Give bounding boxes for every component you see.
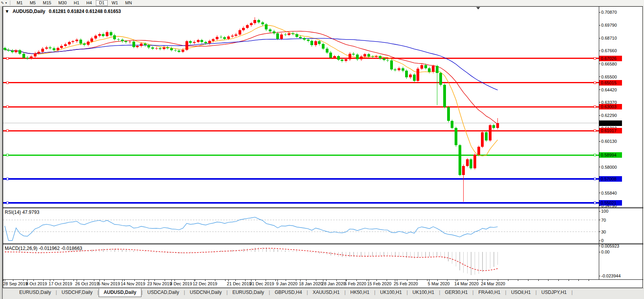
dropdown-triangle-icon[interactable]: ▼: [5, 9, 9, 14]
price-tag-0.55021: 0.55021: [599, 200, 622, 206]
line-handle: [6, 82, 8, 84]
svg-text:-0.023944: -0.023944: [601, 273, 621, 278]
timeframe-button-mn[interactable]: MN: [122, 0, 135, 6]
tab-separator: |: [571, 290, 572, 295]
svg-text:0.63370: 0.63370: [601, 100, 617, 105]
svg-text:0.55021: 0.55021: [601, 201, 616, 205]
svg-text:100: 100: [601, 209, 608, 213]
tab-usdcnh-daily[interactable]: USDCNH,Daily: [185, 288, 226, 297]
rsi-label: RSI(14) 47.9793: [5, 210, 39, 215]
macd-label: MACD(12,26,9) -0.011962 -0.018663: [5, 246, 83, 251]
timeframe-buttons: M1M5M15M30H1H4D1W1MN: [13, 0, 135, 6]
svg-text:0.55840: 0.55840: [601, 191, 617, 195]
svg-text:0.63003: 0.63003: [601, 104, 616, 109]
price-tag-0.57008: 0.57008: [599, 176, 622, 182]
tab-uk100-h1[interactable]: UK100,H1: [408, 288, 439, 297]
timeframe-button-d1[interactable]: D1: [96, 0, 108, 6]
tab-eurusd-daily[interactable]: EURUSD,Daily: [228, 288, 269, 297]
chart-tabs: EURUSD,Daily|USDCHF,Daily|AUDUSD,Daily|U…: [15, 288, 572, 297]
date-label: 14 Nov 2019: [121, 281, 145, 286]
svg-text:0.70870: 0.70870: [601, 10, 617, 15]
line-handle: [6, 154, 8, 156]
pencil-icon: ✎: [1, 1, 4, 5]
tab-usdjpy-h1[interactable]: USDJPY,H1: [537, 288, 571, 297]
current-price-tag: 0.61653: [599, 120, 622, 126]
date-label: 28 Sep 2019: [3, 281, 28, 286]
tab-fra40-h1[interactable]: FRA40,H1: [473, 288, 505, 297]
date-label: 14 Mar 2020: [454, 281, 479, 286]
svg-text:0.66580: 0.66580: [601, 62, 617, 66]
svg-text:0.67660: 0.67660: [601, 48, 617, 53]
date-label: 23 Nov 2019: [147, 281, 172, 286]
line-handle: [594, 57, 596, 59]
date-label: 18 Jan 2020: [299, 281, 323, 286]
tab-gbpusd-h4[interactable]: GBPUSD,H4: [270, 288, 306, 297]
line-handle: [594, 106, 596, 108]
price-tag-0.67026: 0.67026: [599, 56, 622, 61]
tab-usdcad-daily[interactable]: USDCAD,Daily: [143, 288, 184, 297]
tab-eurusd-daily[interactable]: EURUSD,Daily: [15, 288, 56, 297]
tab-ger30-h1[interactable]: GER30,H1: [440, 288, 472, 297]
svg-text:0.58000: 0.58000: [601, 165, 617, 170]
price-tag-0.61017: 0.61017: [599, 128, 622, 133]
timeframe-button-m1[interactable]: M1: [13, 0, 26, 6]
date-label: 26 Oct 2019: [75, 281, 99, 286]
line-handle: [594, 154, 596, 156]
date-label: 21 Dec 2019: [227, 281, 251, 286]
svg-text:0.61653: 0.61653: [601, 121, 616, 126]
line-handle: [594, 82, 596, 84]
svg-text:70: 70: [601, 218, 606, 222]
price-tag-0.58994: 0.58994: [599, 152, 622, 158]
timeframe-button-h4[interactable]: H4: [83, 0, 95, 6]
tab-usdchf-daily[interactable]: USDCHF,Daily: [57, 288, 97, 297]
svg-text:0.00: 0.00: [601, 250, 609, 254]
chevron-down-icon: ▾: [5, 1, 7, 5]
line-handle: [6, 202, 8, 204]
timeframe-button-m15[interactable]: M15: [40, 0, 54, 6]
svg-text:0.61017: 0.61017: [601, 128, 616, 133]
drawing-tool-icon[interactable]: ✎ ▾: [1, 1, 7, 5]
price-chart[interactable]: 0.708700.697900.687100.676600.665800.655…: [0, 0, 644, 299]
hline-0.55021[interactable]: [3, 202, 599, 204]
toolbar-grip[interactable]: [10, 1, 11, 5]
date-label: 12 Dec 2019: [193, 281, 217, 286]
date-label: 5 Mar 2020: [428, 281, 450, 286]
date-label: 5 Nov 2019: [98, 281, 120, 286]
date-label: 6 Feb 2020: [345, 281, 367, 286]
price-tag-0.65015: 0.65015: [599, 80, 622, 86]
svg-text:0.58994: 0.58994: [601, 153, 616, 157]
date-label: 8 Oct 2019: [26, 281, 47, 286]
line-handle: [6, 57, 8, 59]
svg-text:0.64420: 0.64420: [601, 88, 617, 92]
timeframe-button-m5[interactable]: M5: [27, 0, 39, 6]
date-label: 3 Dec 2019: [170, 281, 192, 286]
tab-uk100-h1[interactable]: UK100,H1: [375, 288, 406, 297]
line-handle: [594, 178, 596, 180]
timeframe-button-m30[interactable]: M30: [55, 0, 70, 6]
date-label: 24 Mar 2020: [481, 281, 505, 286]
chart-tab-bar: EURUSD,Daily|USDCHF,Daily|AUDUSD,Daily|U…: [3, 288, 644, 299]
chart-title-symbol: AUDUSD,Daily: [13, 9, 46, 14]
line-handle: [6, 106, 8, 108]
date-label: 31 Dec 2019: [250, 281, 274, 286]
svg-text:0.65015: 0.65015: [601, 80, 616, 85]
date-label: 28 Jan 2020: [322, 281, 346, 286]
timeframe-button-h1[interactable]: H1: [71, 0, 83, 6]
svg-text:0: 0: [601, 238, 604, 243]
line-handle: [594, 202, 596, 204]
svg-text:0.65500: 0.65500: [601, 75, 617, 79]
timeframe-button-w1[interactable]: W1: [108, 0, 121, 6]
tab-audusd-daily[interactable]: AUDUSD,Daily: [99, 288, 141, 297]
hline-0.57008[interactable]: [3, 178, 599, 180]
date-label: 17 Oct 2019: [49, 281, 72, 286]
svg-text:0.57008: 0.57008: [601, 177, 616, 181]
tab-usoil-h1[interactable]: USOil,H1: [506, 288, 536, 297]
tab-xauusd-h1[interactable]: XAUUSD,H1: [308, 288, 345, 297]
date-label: 15 Feb 2020: [367, 281, 391, 286]
line-handle: [6, 130, 8, 132]
tab-hk50-h1[interactable]: HK50,H1: [346, 288, 374, 297]
line-handle: [594, 130, 596, 132]
chart-title: ▼AUDUSD,Daily0.61281 0.61824 0.61248 0.6…: [5, 9, 121, 14]
date-label: 9 Jan 2020: [276, 281, 297, 286]
svg-text:0.69790: 0.69790: [601, 23, 617, 27]
